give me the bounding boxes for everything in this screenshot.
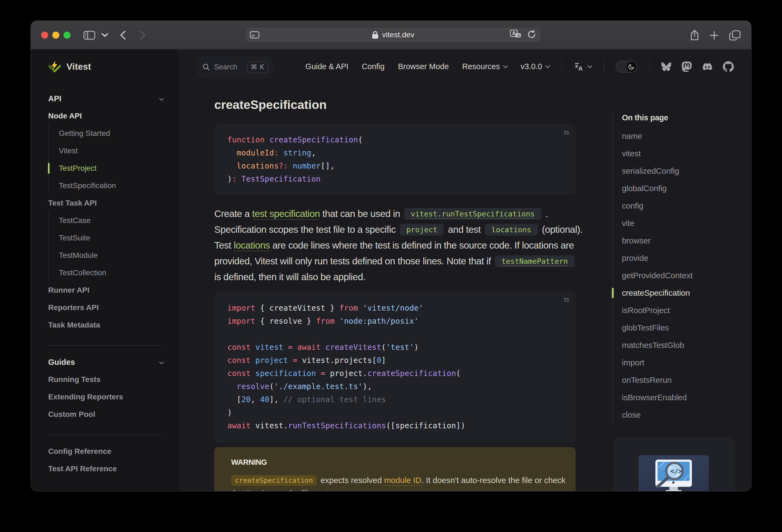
search-kbd: ⌘ K xyxy=(247,61,268,73)
close-button[interactable] xyxy=(41,32,48,39)
toc-item-getprovidedcontext[interactable]: getProvidedContext xyxy=(622,267,740,284)
toc-item-isbrowserenabled[interactable]: isBrowserEnabled xyxy=(622,389,740,406)
toc-item-vitest[interactable]: vitest xyxy=(622,145,740,162)
sidebar-section-test-task-api[interactable]: Test Task API xyxy=(31,194,179,212)
vitest-logo-icon xyxy=(48,61,61,73)
sidebar-item-getting-started[interactable]: Getting Started xyxy=(59,125,179,142)
sidebar-section-running-tests[interactable]: Running Tests xyxy=(31,371,179,388)
code-link-vitest-runtestspecifications[interactable]: vitest.runTestSpecifications xyxy=(404,208,541,220)
sidebar-section-runner-api[interactable]: Runner API xyxy=(31,282,179,299)
text-run: Create a xyxy=(214,208,252,219)
toc-item-serializedconfig[interactable]: serializedConfig xyxy=(622,162,740,180)
sidebar: APINode APIGetting StartedVitestTestProj… xyxy=(31,84,179,491)
language-button[interactable]: x A xyxy=(573,61,592,72)
code-line: moduleId: string, xyxy=(214,146,576,159)
code-block-signature[interactable]: tsfunction createSpecification( moduleId… xyxy=(214,124,576,195)
sidebar-item-vitest[interactable]: Vitest xyxy=(59,142,179,159)
sidebar-section-test-api-reference[interactable]: Test API Reference xyxy=(31,460,179,477)
toc-item-close[interactable]: close xyxy=(622,406,740,424)
sidebar-item-testmodule[interactable]: TestModule xyxy=(59,247,179,264)
bluesky-glyph xyxy=(661,62,672,72)
code-line: ) xyxy=(214,406,576,419)
nav-link-browser-mode[interactable]: Browser Mode xyxy=(398,62,449,71)
nav-link-version[interactable]: v3.0.0 xyxy=(521,62,549,71)
sidebar-section-node-api[interactable]: Node API xyxy=(31,107,179,125)
forward-icon[interactable] xyxy=(139,31,146,40)
url-text[interactable]: vitest.dev xyxy=(382,31,414,39)
svg-text:文: 文 xyxy=(517,34,520,38)
nav-link-resources[interactable]: Resources xyxy=(462,62,507,71)
zoom-button[interactable] xyxy=(64,32,71,39)
toc-item-import[interactable]: import xyxy=(622,354,740,371)
site-navbar: Vitest Search ⌘ K Guide & API Config Bro… xyxy=(31,49,751,84)
discord-glyph xyxy=(702,62,713,71)
svg-text:A: A xyxy=(578,65,583,72)
toc-item-browser[interactable]: browser xyxy=(622,232,740,249)
new-tab-icon[interactable] xyxy=(709,31,719,40)
doc-article: createSpecification tsfunction createSpe… xyxy=(214,84,576,491)
sidebar-chevron-icon[interactable] xyxy=(101,33,108,37)
bluesky-icon[interactable] xyxy=(661,62,672,72)
doc-link-locations[interactable]: locations xyxy=(234,240,270,251)
code-block-example[interactable]: tsimport { createVitest } from 'vitest/n… xyxy=(214,291,576,443)
carbon-ad-card[interactable]: </> xyxy=(613,437,735,491)
doc-link-module-id[interactable]: module ID xyxy=(384,476,422,485)
sidebar-section-task-metadata[interactable]: Task Metadata xyxy=(31,316,179,334)
text-run: expects resolved xyxy=(318,476,384,485)
sidebar-section-extending-reporters[interactable]: Extending Reporters xyxy=(31,388,179,406)
back-icon[interactable] xyxy=(119,31,126,40)
toc-item-isrootproject[interactable]: isRootProject xyxy=(622,302,740,319)
tab-overview-icon[interactable] xyxy=(729,30,741,41)
toc-item-ontestsrerun[interactable]: onTestsRerun xyxy=(622,371,740,389)
toc-item-createspecification[interactable]: createSpecification xyxy=(622,284,740,302)
text-run: and test xyxy=(446,224,483,235)
sidebar-item-testspecification[interactable]: TestSpecification xyxy=(59,177,179,194)
brand[interactable]: Vitest xyxy=(48,49,91,84)
address-bar[interactable]: vitest.dev A 文 xyxy=(246,28,540,42)
theme-toggle[interactable] xyxy=(616,61,637,73)
minimize-button[interactable] xyxy=(52,32,59,39)
sidebar-item-testproject[interactable]: TestProject xyxy=(59,159,179,177)
nav-link-config[interactable]: Config xyxy=(362,62,385,71)
code-link-testnamepattern[interactable]: testNamePattern xyxy=(495,255,574,267)
forward-arrow-glyph xyxy=(139,31,146,40)
on-this-page-rail: On this page namevitestserializedConfigg… xyxy=(612,112,740,424)
translate-icon[interactable]: A 文 xyxy=(510,30,522,40)
toc-item-globalconfig[interactable]: globalConfig xyxy=(622,180,740,197)
sidebar-item-testcollection[interactable]: TestCollection xyxy=(59,264,179,282)
code-line: resolve('./example.test.ts'), xyxy=(214,380,576,393)
sidebar-item-testcase[interactable]: TestCase xyxy=(59,212,179,229)
sidebar-section-api[interactable]: API xyxy=(31,90,179,107)
toc-item-provide[interactable]: provide xyxy=(622,249,740,267)
doc-link-test-specification[interactable]: test specification xyxy=(252,208,320,219)
reload-icon[interactable] xyxy=(527,30,536,40)
sidebar-item-testsuite[interactable]: TestSuite xyxy=(59,229,179,247)
search-button[interactable]: Search ⌘ K xyxy=(197,56,273,78)
sidebar-section-reporters-api[interactable]: Reporters API xyxy=(31,299,179,316)
safari-window: vitest.dev A 文 xyxy=(31,21,751,491)
code-line: const project = vitest.projects[0] xyxy=(214,354,576,367)
toc-item-vite[interactable]: vite xyxy=(622,215,740,232)
warning-callout: WARNING createSpecification expects reso… xyxy=(214,447,576,491)
sidebar-toggle-icon[interactable] xyxy=(83,31,95,40)
discord-icon[interactable] xyxy=(702,62,713,71)
code-line: locations?: number[], xyxy=(214,159,576,173)
sidebar-section-custom-pool[interactable]: Custom Pool xyxy=(31,406,179,423)
sidebar-section-guides[interactable]: Guides xyxy=(31,353,179,371)
code-chip-project: project xyxy=(400,224,444,236)
nav-link-guide-api[interactable]: Guide & API xyxy=(306,62,349,71)
sidebar-section-config-reference[interactable]: Config Reference xyxy=(31,443,179,460)
share-icon[interactable] xyxy=(690,30,699,41)
toc-item-name[interactable]: name xyxy=(622,128,740,145)
toc-item-globtestfiles[interactable]: globTestFiles xyxy=(622,319,740,336)
toc-item-matchestestglob[interactable]: matchesTestGlob xyxy=(622,336,740,354)
text-run: that can be used in xyxy=(320,208,403,219)
toc-item-config[interactable]: config xyxy=(622,197,740,215)
text-run: (optional). xyxy=(539,224,583,235)
mastodon-icon[interactable] xyxy=(681,61,692,72)
on-this-page: On this page namevitestserializedConfigg… xyxy=(612,112,740,424)
svg-text:</>: </> xyxy=(670,467,682,475)
github-icon[interactable] xyxy=(723,61,734,72)
nav-divider xyxy=(604,61,604,73)
nav-divider xyxy=(562,61,562,73)
